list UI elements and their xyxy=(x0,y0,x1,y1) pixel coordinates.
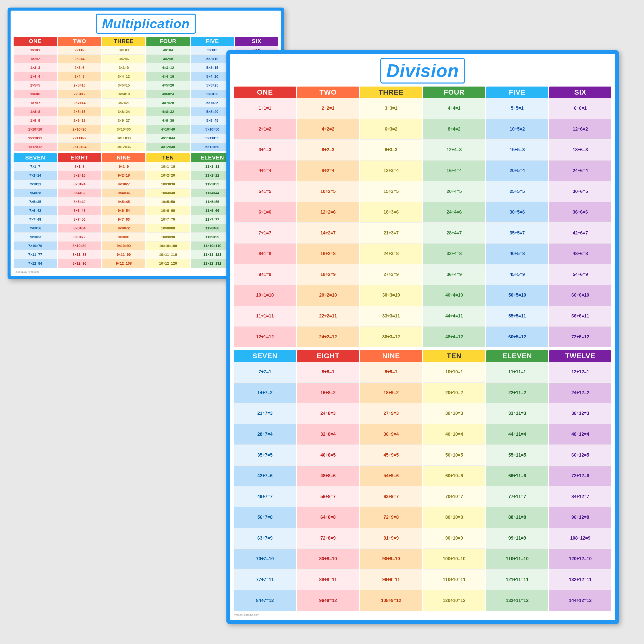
col-body-four: 4÷4=18÷4=212÷4=316÷4=420÷4=524÷4=628÷4=7… xyxy=(423,98,485,347)
table-row: 28÷7=4 xyxy=(234,424,296,445)
table-row: 10÷2=5 xyxy=(297,181,359,202)
table-row: 1×11=11 xyxy=(14,134,57,143)
table-row: 22÷11=2 xyxy=(486,383,548,404)
table-col-one: ONE1÷1=12÷1=23÷1=34÷1=45÷1=56÷1=67÷1=78÷… xyxy=(234,87,296,347)
table-row: 4×4=16 xyxy=(146,72,190,81)
table-row: 8÷2=4 xyxy=(297,160,359,181)
table-row: 66÷6=11 xyxy=(549,306,611,327)
table-row: 9×10=90 xyxy=(102,241,145,250)
table-row: 2÷2=1 xyxy=(297,98,359,119)
table-row: 7×8=56 xyxy=(14,224,57,233)
table-row: 14÷7=2 xyxy=(234,383,296,404)
table-row: 110÷10=11 xyxy=(423,570,485,590)
col-body-five: 5÷5=110÷5=215÷5=320÷5=425÷5=530÷5=635÷5=… xyxy=(486,98,548,347)
table-row: 64÷8=8 xyxy=(297,507,359,528)
table-row: 12÷12=1 xyxy=(549,362,611,383)
col-body-three: 3÷3=16÷3=29÷3=312÷3=415÷3=518÷3=621÷3=72… xyxy=(360,98,422,347)
table-row: 7×12=84 xyxy=(14,259,57,268)
col-header-four: FOUR xyxy=(423,87,485,98)
col-header-two: TWO xyxy=(58,37,101,46)
table-row: 10×5=50 xyxy=(146,197,190,206)
table-row: 132÷11=12 xyxy=(486,590,548,611)
table-row: 45÷9=5 xyxy=(360,445,422,466)
table-row: 10÷1=10 xyxy=(234,285,296,306)
table-row: 16÷4=4 xyxy=(423,160,485,181)
table-row: 48÷4=12 xyxy=(423,327,485,347)
table-row: 63÷9=7 xyxy=(360,486,422,507)
table-row: 15÷3=5 xyxy=(360,181,422,202)
col-body-one: 1÷1=12÷1=23÷1=34÷1=45÷1=56÷1=67÷1=78÷1=8… xyxy=(234,98,296,347)
table-row: 1×8=8 xyxy=(14,107,57,116)
table-row: 1×2=2 xyxy=(14,55,57,63)
table-row: 3×8=24 xyxy=(102,107,145,116)
col-body-nine: 9×1=99×2=189×3=279×4=369×5=459×6=549×7=6… xyxy=(102,162,145,268)
table-col-seven: SEVEN7÷7=114÷7=221÷7=328÷7=435÷7=542÷7=6… xyxy=(234,350,296,611)
table-row: 72÷8=9 xyxy=(297,528,359,549)
table-row: 44÷11=4 xyxy=(486,424,548,445)
table-row: 56÷7=8 xyxy=(234,507,296,528)
table-row: 20÷10=2 xyxy=(423,383,485,404)
table-row: 60÷10=6 xyxy=(423,466,485,487)
table-row: 1×10=10 xyxy=(14,125,57,134)
table-row: 6÷6=1 xyxy=(549,98,611,119)
table-row: 32÷8=4 xyxy=(297,424,359,445)
col-body-three: 3×1=33×2=63×3=93×4=123×5=153×6=183×7=213… xyxy=(102,46,145,151)
table-row: 2×4=8 xyxy=(58,72,101,81)
table-row: 35÷5=7 xyxy=(486,223,548,244)
table-row: 2×1=2 xyxy=(58,46,101,55)
table-row: 18÷6=3 xyxy=(549,140,611,160)
col-header-nine: NINE xyxy=(360,350,422,362)
table-row: 3÷3=1 xyxy=(360,98,422,119)
table-row: 1×12=12 xyxy=(14,143,57,151)
table-row: 60÷6=10 xyxy=(549,285,611,306)
col-body-eight: 8×1=88×2=168×3=248×4=328×5=408×6=488×7=5… xyxy=(58,162,101,268)
table-row: 50÷5=10 xyxy=(486,285,548,306)
col-body-eleven: 11÷11=122÷11=233÷11=344÷11=455÷11=566÷11… xyxy=(486,362,548,611)
table-row: 24÷4=6 xyxy=(423,202,485,223)
table-row: 10÷5=2 xyxy=(486,119,548,140)
table-row: 7÷1=7 xyxy=(234,223,296,244)
table-col-nine: NINE9÷9=118÷9=227÷9=336÷9=445÷9=554÷9=66… xyxy=(360,350,422,611)
table-row: 2×3=6 xyxy=(58,63,101,72)
table-row: 4×10=40 xyxy=(146,125,190,134)
col-header-seven: SEVEN xyxy=(234,350,296,362)
table-row: 1÷1=1 xyxy=(234,98,296,119)
table-row: 66÷11=6 xyxy=(486,466,548,487)
table-row: 36÷6=6 xyxy=(549,202,611,223)
table-row: 49÷7=7 xyxy=(234,486,296,507)
table-row: 3×2=6 xyxy=(102,55,145,63)
table-row: 4×1=4 xyxy=(146,46,190,55)
table-row: 44÷4=11 xyxy=(423,306,485,327)
table-row: 108÷9=12 xyxy=(360,590,422,611)
col-body-four: 4×1=44×2=84×3=124×4=164×5=204×6=244×7=28… xyxy=(146,46,190,151)
table-row: 12÷2=6 xyxy=(297,202,359,223)
table-col-one: ONE1×1=11×2=21×3=31×4=41×5=51×6=61×7=71×… xyxy=(14,37,57,151)
table-row: 55÷5=11 xyxy=(486,306,548,327)
table-row: 4×5=20 xyxy=(146,81,190,90)
table-row: 10×2=20 xyxy=(146,171,190,180)
table-row: 54÷9=6 xyxy=(360,466,422,487)
col-body-two: 2÷2=14÷2=26÷2=38÷2=410÷2=512÷2=614÷2=716… xyxy=(297,98,359,347)
col-body-six: 6÷6=112÷6=218÷6=324÷6=430÷6=536÷6=642÷6=… xyxy=(549,98,611,347)
table-row: 11÷1=11 xyxy=(234,306,296,327)
table-col-two: TWO2×1=22×2=42×3=62×4=82×5=102×6=122×7=1… xyxy=(58,37,101,151)
table-row: 9×12=108 xyxy=(102,259,145,268)
table-row: 4×2=8 xyxy=(146,55,190,63)
table-row: 3×11=33 xyxy=(102,134,145,143)
col-body-one: 1×1=11×2=21×3=31×4=41×5=51×6=61×7=71×8=8… xyxy=(14,46,57,151)
col-header-nine: NINE xyxy=(102,153,145,162)
table-row: 8×10=80 xyxy=(58,241,101,250)
table-row: 9×11=99 xyxy=(102,250,145,259)
table-col-four: FOUR4÷4=18÷4=212÷4=316÷4=420÷4=524÷4=628… xyxy=(423,87,485,347)
col-header-eight: EIGHT xyxy=(297,350,359,362)
table-row: 18÷3=6 xyxy=(360,202,422,223)
table-row: 4÷2=2 xyxy=(297,119,359,140)
table-row: 4×8=32 xyxy=(146,107,190,116)
division-title-box: Division xyxy=(380,58,465,84)
table-row: 7×7=49 xyxy=(14,215,57,224)
table-row: 40÷10=4 xyxy=(423,424,485,445)
col-header-ten: TEN xyxy=(423,350,485,362)
table-row: 2×11=22 xyxy=(58,134,101,143)
table-row: 10÷10=1 xyxy=(423,362,485,383)
table-col-ten: TEN10×1=1010×2=2010×3=3010×4=4010×5=5010… xyxy=(146,153,190,268)
